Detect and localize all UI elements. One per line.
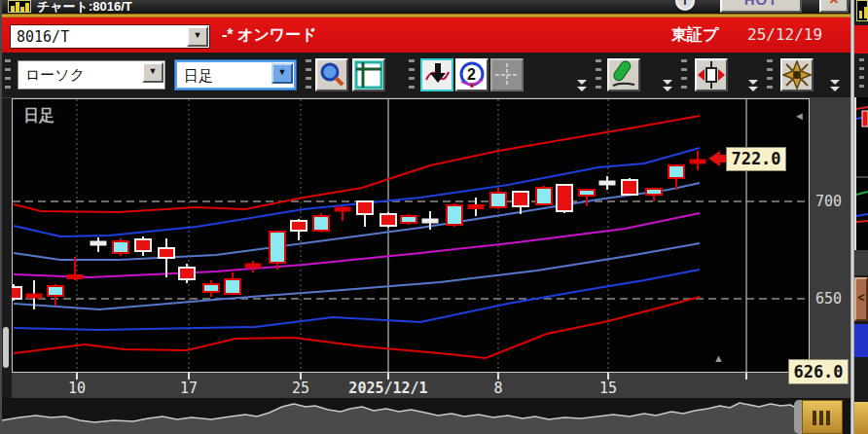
- x-axis-tick-mark: [300, 373, 302, 380]
- pencil-icon: [609, 60, 638, 90]
- toolbar-grip-handle[interactable]: [5, 57, 11, 92]
- info-icon[interactable]: i: [675, 0, 695, 11]
- date-label: 25/12/19: [747, 25, 822, 44]
- titlebar[interactable]: チャート:8016/T i HOT ×: [2, 0, 852, 14]
- chart-app-icon: [8, 0, 31, 13]
- time-axis[interactable]: [12, 373, 852, 398]
- grid-settings-button[interactable]: [352, 58, 385, 91]
- zoom-2x-button[interactable]: 2: [455, 58, 488, 91]
- x-axis-tick-label: 15: [564, 380, 652, 397]
- candle: [447, 203, 462, 227]
- secondary-chart-preview: [854, 97, 868, 250]
- secondary-window: <: [854, 0, 868, 434]
- toolbar-grip-handle[interactable]: [859, 58, 864, 91]
- close-icon[interactable]: ×: [819, 0, 849, 13]
- y-axis-tick-label: 700: [815, 193, 850, 210]
- candle: [536, 186, 552, 205]
- scroll-right-triangle-icon[interactable]: ◄: [794, 110, 805, 122]
- secondary-scroll-left-button[interactable]: <: [854, 277, 868, 321]
- candle: [380, 212, 396, 228]
- toolbar-overflow-chevron[interactable]: [574, 76, 590, 95]
- candlestick-chart[interactable]: [12, 98, 810, 373]
- draw-pencil-button[interactable]: [607, 58, 640, 91]
- x-axis-tick-mark: [497, 373, 499, 380]
- toolbar-grip-handle[interactable]: [681, 57, 687, 92]
- candle: [622, 178, 637, 196]
- timeframe-value: 日足: [184, 67, 213, 86]
- symbol-bar: 8016/T ▼ -* オンワード 東証プ 25/12/19: [2, 18, 852, 53]
- crosshair-button: [490, 58, 524, 91]
- chart-grid-icon: [354, 60, 383, 90]
- candle: [291, 219, 307, 240]
- navigator-scroll-cap[interactable]: [802, 400, 843, 434]
- candle: [225, 272, 240, 295]
- candle: [113, 238, 128, 256]
- screen: チャート:8016/T i HOT × 8016/T ▼ -* オンワード 東証…: [0, 0, 868, 434]
- candle: [90, 237, 106, 252]
- toolbar: ローソク ▼ 日足 ▼: [2, 53, 852, 98]
- compass-button[interactable]: [780, 58, 814, 91]
- candle: [313, 213, 329, 233]
- band-lower-2sigma: [14, 270, 700, 330]
- x-axis-tick-label: 2025/12/1: [344, 380, 432, 397]
- toolbar-grip-handle[interactable]: [767, 57, 773, 92]
- zoom-icon: [317, 60, 346, 90]
- timeframe-dropdown-arrow-icon[interactable]: ▼: [271, 63, 293, 84]
- price-axis[interactable]: [810, 98, 852, 373]
- toolbar-overflow-chevron[interactable]: [827, 76, 843, 95]
- x-axis-tick-label: 10: [33, 380, 121, 397]
- fit-candle-icon: [697, 60, 726, 90]
- x-axis-tick-mark: [745, 373, 747, 380]
- current-price-tag: 722.0: [726, 147, 786, 171]
- panel-timeframe-label: 日足: [23, 106, 54, 127]
- toolbar-overflow-chevron[interactable]: [745, 76, 761, 95]
- left-scrollbar-thumb[interactable]: [3, 327, 9, 368]
- timeframe-select[interactable]: 日足 ▼: [175, 60, 296, 90]
- candle: [135, 236, 151, 256]
- x-axis-tick-label: 25: [257, 380, 344, 397]
- data-download-button[interactable]: [420, 58, 453, 91]
- y-axis-tick-label: 650: [815, 290, 850, 307]
- toolbar-overflow-chevron[interactable]: [660, 76, 675, 95]
- price-arrow-stem: [718, 155, 726, 163]
- candle: [245, 261, 261, 272]
- toolbar-grip-handle[interactable]: [306, 57, 311, 92]
- x-axis-tick-label: 17: [145, 380, 233, 397]
- secondary-scrollbar-track[interactable]: [854, 324, 868, 357]
- candle: [179, 264, 195, 283]
- secondary-navigator-cap[interactable]: [854, 402, 868, 434]
- chart-type-value: ローソク: [25, 66, 85, 85]
- x-axis-tick-label: 8: [454, 380, 542, 397]
- x-axis-tick-mark: [387, 373, 389, 380]
- toolbar-grip-handle[interactable]: [409, 57, 415, 92]
- chart-window: チャート:8016/T i HOT × 8016/T ▼ -* オンワード 東証…: [0, 0, 850, 434]
- hot-button[interactable]: HOT: [720, 0, 802, 13]
- zoom-button[interactable]: [315, 58, 348, 91]
- candle-download-icon: [422, 60, 452, 90]
- x-axis-tick-mark: [188, 373, 190, 380]
- volume-area: [2, 403, 796, 434]
- compass-icon: [782, 60, 812, 90]
- candle: [557, 184, 572, 213]
- stock-name-label: -* オンワード: [222, 25, 317, 46]
- symbol-dropdown-arrow-icon[interactable]: ▼: [187, 26, 208, 47]
- scroll-marker-triangle-icon[interactable]: ▲: [713, 352, 724, 364]
- band-upper-3sigma: [14, 116, 700, 212]
- chart-type-dropdown-arrow-icon[interactable]: ▼: [142, 62, 163, 83]
- band-lower-3sigma: [14, 297, 700, 358]
- band-upper-2sigma: [14, 148, 700, 236]
- svg-text:2: 2: [467, 66, 476, 83]
- candle: [270, 231, 285, 270]
- chart-type-select[interactable]: ローソク ▼: [18, 60, 165, 90]
- candle: [335, 206, 350, 221]
- crosshair-icon: [492, 60, 522, 90]
- toolbar-grip-handle[interactable]: [596, 57, 601, 92]
- symbol-input[interactable]: 8016/T ▼: [10, 24, 210, 49]
- candle: [468, 198, 484, 216]
- candle: [599, 176, 615, 190]
- candle: [646, 188, 662, 201]
- fit-candle-button[interactable]: [695, 58, 728, 91]
- x-axis-tick-mark: [607, 373, 609, 380]
- symbol-value: 8016/T: [17, 28, 69, 46]
- volume-profile-chart: [2, 398, 845, 434]
